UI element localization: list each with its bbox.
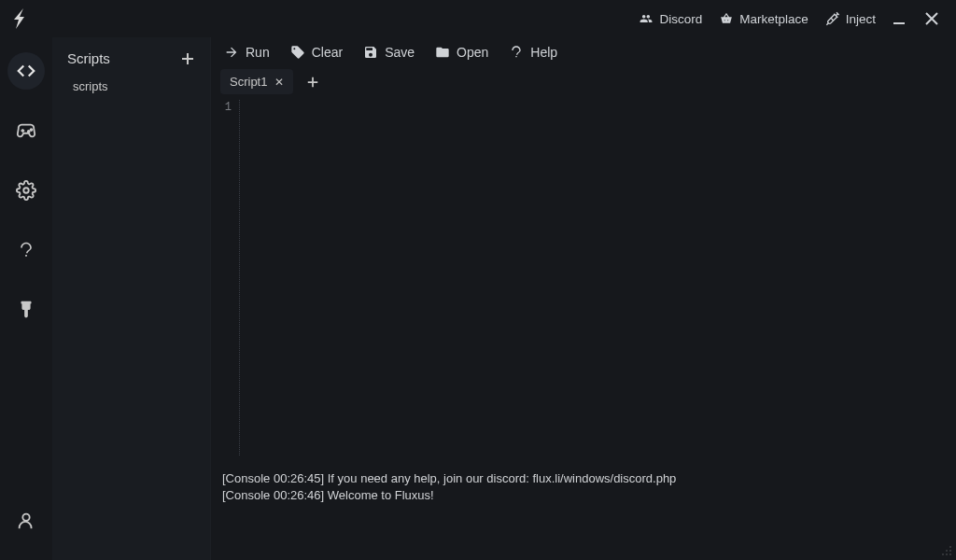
editor-gutter: 1	[211, 98, 237, 461]
save-label: Save	[385, 45, 415, 60]
run-button[interactable]: Run	[224, 45, 270, 60]
rail-item-editor[interactable]	[7, 52, 45, 90]
tab-bar: Script1 ✕	[211, 65, 956, 94]
minimize-icon	[893, 12, 906, 25]
close-icon	[924, 11, 939, 26]
syringe-icon	[825, 11, 840, 26]
brush-icon	[16, 300, 36, 320]
gamepad-icon	[16, 120, 36, 141]
svg-rect-0	[893, 22, 905, 24]
rail-item-theme[interactable]	[7, 291, 45, 329]
marketplace-link[interactable]: Marketplace	[719, 12, 808, 26]
scripts-tree: scripts	[52, 76, 210, 93]
run-label: Run	[246, 45, 270, 60]
console-line: [Console 00:26:45] If you need any help,…	[222, 470, 945, 487]
logo-icon	[11, 8, 26, 29]
svg-point-3	[23, 188, 29, 193]
titlebar: Discord Marketplace Inject	[0, 0, 956, 37]
arrow-right-icon	[224, 45, 239, 60]
scripts-panel-header: Scripts	[52, 37, 210, 76]
toolbar: Run Clear Save Open Help	[211, 37, 956, 65]
code-icon	[16, 61, 36, 81]
question-icon	[17, 241, 35, 259]
tab-label: Script1	[230, 75, 267, 89]
svg-point-7	[949, 553, 951, 555]
help-label: Help	[530, 45, 557, 60]
rail-item-settings[interactable]	[7, 172, 45, 209]
new-tab-button[interactable]	[301, 70, 325, 94]
clear-label: Clear	[312, 45, 343, 60]
clear-button[interactable]: Clear	[290, 45, 343, 60]
help-button[interactable]: Help	[509, 45, 557, 60]
svg-point-2	[31, 129, 33, 131]
discord-label: Discord	[659, 12, 702, 26]
tree-folder-scripts[interactable]: scripts	[73, 79, 210, 93]
scripts-panel-title: Scripts	[67, 50, 110, 66]
rail-item-help[interactable]	[7, 231, 45, 269]
tab-close-button[interactable]: ✕	[274, 76, 284, 89]
plus-icon	[180, 51, 195, 66]
inject-button[interactable]: Inject	[825, 11, 876, 26]
folder-icon	[435, 45, 450, 60]
svg-point-5	[949, 546, 951, 548]
rail-item-games[interactable]	[7, 112, 45, 149]
open-button[interactable]: Open	[435, 45, 488, 60]
nav-rail	[0, 37, 52, 560]
window-controls	[885, 11, 956, 26]
svg-point-8	[946, 550, 948, 552]
main-area: Run Clear Save Open Help Script1 ✕ 1	[211, 37, 956, 560]
gear-icon	[16, 180, 36, 201]
svg-point-10	[942, 553, 944, 555]
line-number: 1	[211, 101, 232, 114]
app-logo	[0, 8, 37, 29]
svg-point-9	[946, 553, 948, 555]
scripts-panel: Scripts scripts	[52, 37, 211, 560]
close-button[interactable]	[924, 11, 939, 26]
open-label: Open	[457, 45, 488, 60]
console-panel: [Console 00:26:45] If you need any help,…	[211, 461, 956, 560]
plus-icon	[306, 76, 319, 89]
inject-label: Inject	[846, 12, 876, 26]
add-script-button[interactable]	[180, 51, 195, 66]
titlebar-links: Discord Marketplace Inject	[639, 11, 885, 26]
user-icon	[16, 511, 36, 531]
marketplace-label: Marketplace	[739, 12, 808, 26]
save-button[interactable]: Save	[363, 45, 415, 60]
tag-icon	[290, 45, 305, 60]
svg-point-6	[949, 550, 951, 552]
rail-item-account[interactable]	[7, 502, 45, 539]
question-mark-icon	[509, 45, 524, 60]
grip-icon	[939, 543, 952, 556]
console-line: [Console 00:26:46] Welcome to Fluxus!	[222, 487, 945, 504]
minimize-button[interactable]	[893, 12, 906, 25]
svg-point-4	[22, 514, 29, 521]
resize-grip[interactable]	[939, 543, 952, 556]
save-icon	[363, 45, 378, 60]
basket-icon	[719, 12, 734, 25]
code-editor[interactable]: 1	[211, 98, 956, 461]
indent-guide	[239, 100, 240, 455]
discord-link[interactable]: Discord	[639, 12, 702, 26]
people-icon	[639, 12, 654, 25]
tab-script1[interactable]: Script1 ✕	[220, 69, 293, 94]
svg-point-1	[28, 131, 30, 133]
